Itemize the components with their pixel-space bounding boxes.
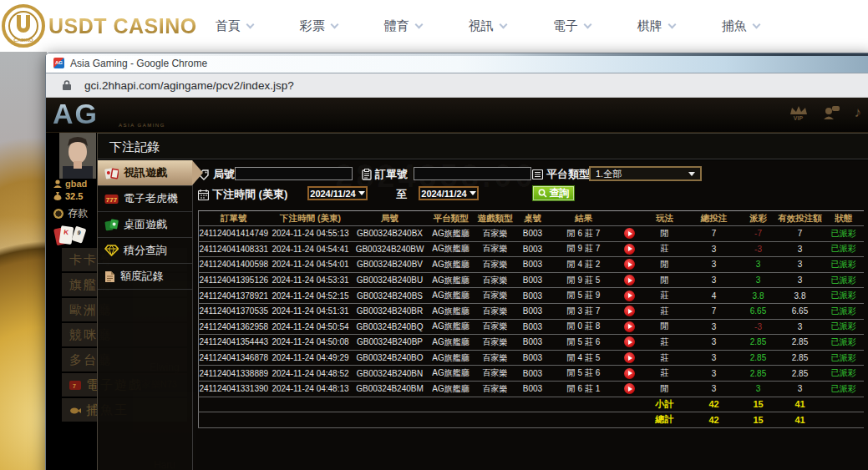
clipboard-icon xyxy=(362,169,372,180)
table-row: 2411240413388892024-11-24 04:48:52GB0032… xyxy=(199,366,864,382)
vip-icon[interactable]: VIP xyxy=(789,105,808,120)
play-button[interactable] xyxy=(624,336,635,347)
cell: 閒 6 莊 7 xyxy=(550,226,618,242)
cell-bet: 4 xyxy=(688,288,740,304)
table-row: 2411240413705352024-11-24 04:51:31GB0032… xyxy=(199,303,864,319)
date-caret-icon xyxy=(358,191,365,195)
round-input[interactable] xyxy=(235,167,353,180)
cell: B003 xyxy=(516,288,550,304)
cell: 2024-11-24 04:50:54 xyxy=(269,319,353,335)
menu-item-label: 積分查詢 xyxy=(124,243,167,258)
cell: GB00324B240BS xyxy=(353,288,428,304)
cell: 2024-11-24 04:48:52 xyxy=(269,366,353,382)
cell-payout: -3 xyxy=(740,319,777,335)
cell: AG旗艦廳 xyxy=(428,241,475,257)
col-header-2: 局號 xyxy=(353,211,428,226)
nav-item-0[interactable]: 首頁 xyxy=(216,18,253,34)
cell: 2024-11-24 04:52:15 xyxy=(269,288,353,304)
nav-item-1[interactable]: 彩票 xyxy=(300,18,338,34)
customer-service-icon[interactable] xyxy=(822,105,840,120)
platform-select[interactable]: 1.全部 xyxy=(589,166,702,181)
cell: GB00324B240BO xyxy=(353,350,428,366)
nav-item-6[interactable]: 捕魚 xyxy=(722,18,759,34)
date-from-picker[interactable]: 2024/11/24 xyxy=(307,186,368,200)
play-button[interactable] xyxy=(624,228,635,239)
search-button[interactable]: 查詢 xyxy=(532,185,575,201)
play-button[interactable] xyxy=(624,306,635,316)
cell: GB00324B240BM xyxy=(353,381,428,397)
cell: 241124041414749 xyxy=(199,226,269,242)
nav-item-4[interactable]: 電子 xyxy=(553,18,591,34)
order-input[interactable] xyxy=(414,167,531,180)
cell: GB00324B240BW xyxy=(353,241,428,257)
site-header: CASINO USDT CASINO 首頁彩票體育視訊電子棋牌捕魚 xyxy=(0,0,868,52)
deposit-icon xyxy=(53,209,63,219)
play-button[interactable] xyxy=(624,275,635,286)
nav-item-3[interactable]: 視訊 xyxy=(469,18,506,34)
music-icon[interactable]: ♪ xyxy=(855,104,862,121)
cell: 241124041378921 xyxy=(199,288,269,304)
cell-payout: 2.85 xyxy=(740,335,777,351)
menu-item-3[interactable]: 積分查詢 xyxy=(98,238,192,264)
url-text[interactable]: gci.2hhapi.com/agingame/pcv2/index.jsp? xyxy=(84,79,294,92)
site-logo-text: USDT CASINO xyxy=(48,14,197,38)
chevron-down-icon xyxy=(499,20,507,28)
cell: GB00324B240BN xyxy=(353,366,428,382)
play-cell xyxy=(618,303,642,319)
cell: 2024-11-24 04:49:29 xyxy=(269,350,353,366)
menu-item-1[interactable]: 777電子老虎機 xyxy=(98,186,192,212)
window-titlebar[interactable]: AG Asia Gaming - Google Chrome xyxy=(46,53,868,73)
nav-item-2[interactable]: 體育 xyxy=(384,18,422,34)
empty xyxy=(824,412,864,428)
address-bar[interactable]: gci.2hhapi.com/agingame/pcv2/index.jsp? xyxy=(46,73,868,98)
cell-valid: 2.85 xyxy=(777,366,824,382)
menu-item-2[interactable]: 桌面遊戲 xyxy=(98,212,192,238)
date-to-picker[interactable]: 2024/11/24 xyxy=(419,186,479,200)
deposit-button[interactable]: 存款 xyxy=(53,206,88,220)
total-label: 總計 xyxy=(642,412,688,428)
window-title: Asia Gaming - Google Chrome xyxy=(70,58,207,69)
cell-valid: 7 xyxy=(777,226,824,242)
cell: B003 xyxy=(516,366,550,382)
play-button[interactable] xyxy=(624,321,635,332)
total-value: 41 xyxy=(777,412,824,428)
chevron-down-icon xyxy=(330,20,338,28)
cell: 閒 6 莊 1 xyxy=(550,381,618,397)
cell-playway: 莊 xyxy=(642,366,688,382)
play-button[interactable] xyxy=(624,383,635,394)
play-button[interactable] xyxy=(624,368,635,379)
cell: GB00324B240BX xyxy=(353,226,428,242)
play-button[interactable] xyxy=(624,291,635,301)
col-header-9: 總投注 xyxy=(688,211,740,226)
col-header-8: 玩法 xyxy=(642,211,688,226)
table-row: 2411240414005982024-11-24 04:54:01GB0032… xyxy=(199,257,864,273)
play-cell xyxy=(618,272,642,288)
svg-text:CASINO: CASINO xyxy=(13,38,33,43)
cell-payout: 3 xyxy=(740,272,777,288)
cell: 閒 5 莊 6 xyxy=(550,335,618,351)
play-button[interactable] xyxy=(624,352,635,363)
menu-item-4[interactable]: 額度記錄 xyxy=(98,264,192,290)
menu-item-label: 額度記錄 xyxy=(120,269,164,284)
nav-item-5[interactable]: 棋牌 xyxy=(637,18,675,34)
menu-item-label: 桌面遊戲 xyxy=(124,217,167,232)
chevron-down-icon xyxy=(583,20,591,28)
table-row: 2411240413789212024-11-24 04:52:15GB0032… xyxy=(199,288,864,304)
play-button[interactable] xyxy=(624,244,635,255)
table-games-icon xyxy=(104,219,119,231)
play-button[interactable] xyxy=(624,259,635,270)
slot-777-icon: 7 xyxy=(69,381,81,390)
site-logo[interactable]: CASINO USDT CASINO xyxy=(2,4,197,48)
cell: 百家樂 xyxy=(475,257,516,273)
video-games-icon xyxy=(104,167,119,179)
subtotal-label: 小計 xyxy=(642,397,688,412)
menu-item-0[interactable]: 視訊遊戲 xyxy=(98,160,192,186)
cell: 百家樂 xyxy=(475,241,516,257)
cell: B003 xyxy=(516,335,550,351)
time-filter-label: 下注時間 (美東) xyxy=(198,187,287,202)
cell-playway: 莊 xyxy=(642,335,688,351)
bet-record-modal: 下注記錄 視訊遊戲777電子老虎機桌面遊戲積分查詢額度記錄 2824358.00… xyxy=(97,133,868,470)
cell-bet: 3 xyxy=(688,257,740,273)
platform-list-icon xyxy=(532,169,543,179)
cell: B003 xyxy=(516,257,550,273)
